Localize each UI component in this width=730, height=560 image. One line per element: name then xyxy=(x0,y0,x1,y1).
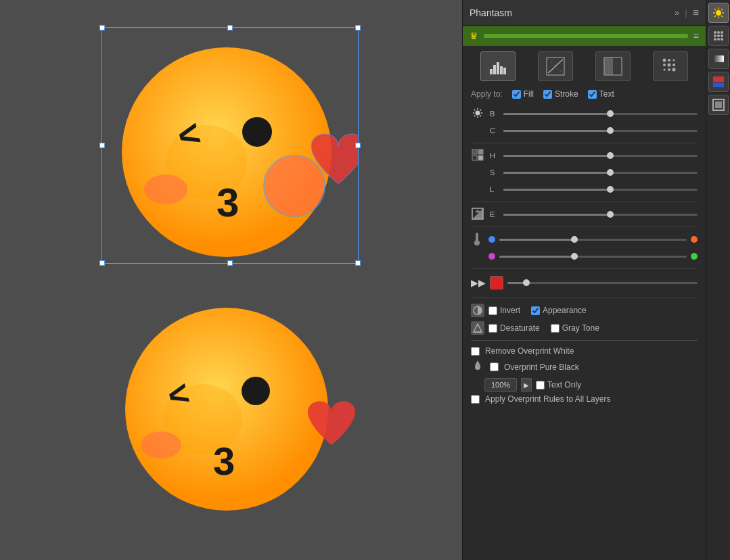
e-track[interactable] xyxy=(503,214,698,216)
svg-rect-43 xyxy=(472,156,477,160)
divider-4 xyxy=(471,269,698,269)
brightness-icon xyxy=(471,108,484,120)
remove-overprint-checkbox[interactable] xyxy=(471,347,480,356)
divider-1 xyxy=(471,143,698,143)
percent-input[interactable] xyxy=(484,378,517,392)
fill-checkbox-label[interactable]: Fill xyxy=(512,89,534,99)
appearance-checkbox[interactable] xyxy=(531,306,540,315)
mini-dots-btn[interactable] xyxy=(708,26,729,46)
remove-overprint-label: Remove Overprint White xyxy=(485,346,574,356)
contrast-track[interactable] xyxy=(503,130,698,132)
svg-point-23 xyxy=(662,59,666,62)
emoji-top-selected[interactable]: < 3 xyxy=(101,27,359,264)
svg-point-50 xyxy=(474,240,480,246)
svg-point-69 xyxy=(714,38,716,41)
desaturate-checkbox[interactable] xyxy=(488,324,497,333)
temp-purple-dot xyxy=(488,253,495,260)
text-checkbox-label[interactable]: Text xyxy=(588,89,614,99)
temp-green-dot xyxy=(691,253,698,260)
invert-checkbox[interactable] xyxy=(488,306,497,315)
drop-icon xyxy=(471,360,484,374)
expand-icon[interactable]: » xyxy=(675,7,679,18)
svg-rect-22 xyxy=(613,57,622,75)
mini-color-btn[interactable] xyxy=(708,72,729,92)
svg-point-31 xyxy=(672,68,675,72)
svg-line-59 xyxy=(714,9,716,10)
gray-tone-checkbox-label[interactable]: Gray Tone xyxy=(551,323,599,333)
menu-icon[interactable]: ≡ xyxy=(693,7,699,19)
tool-icons-row xyxy=(471,51,698,81)
svg-rect-16 xyxy=(500,66,503,74)
invert-left: Invert xyxy=(471,304,520,317)
thermometer-icon xyxy=(471,231,484,248)
appearance-checkbox-label[interactable]: Appearance xyxy=(531,306,587,315)
desat-icon xyxy=(471,321,484,335)
fill-checkbox[interactable] xyxy=(512,90,521,99)
svg-point-54 xyxy=(716,10,721,16)
svg-rect-42 xyxy=(478,149,483,154)
apply-overprint-checkbox[interactable] xyxy=(471,395,480,404)
h-track[interactable] xyxy=(503,155,698,157)
svg-line-60 xyxy=(721,16,723,17)
panel-content: Apply to: Fill Stroke Text B xyxy=(463,46,706,560)
svg-point-64 xyxy=(717,31,720,34)
color-swatch[interactable] xyxy=(490,276,503,289)
side-mini-panel xyxy=(706,0,730,560)
svg-point-65 xyxy=(721,31,723,34)
mini-gradient-btn[interactable] xyxy=(708,49,729,69)
appearance-label: Appearance xyxy=(543,306,587,315)
stroke-checkbox[interactable] xyxy=(543,90,552,99)
svg-point-10 xyxy=(242,377,270,405)
temperature-section xyxy=(471,233,698,263)
invert-checkbox-label[interactable]: Invert xyxy=(488,306,520,315)
exposure-section: E xyxy=(471,208,698,221)
temp-track-1[interactable] xyxy=(499,239,687,241)
l-track[interactable] xyxy=(503,189,698,191)
curves-tool-btn[interactable] xyxy=(538,51,573,81)
halftone-tool-btn[interactable] xyxy=(653,51,688,81)
mini-box-btn[interactable] xyxy=(708,95,729,115)
percent-row: ▶ Text Only xyxy=(484,378,698,392)
h-slider-row: H xyxy=(471,149,698,162)
svg-point-68 xyxy=(721,34,723,37)
stepper-btn[interactable]: ▶ xyxy=(521,378,532,392)
mini-sun-btn[interactable] xyxy=(708,3,729,23)
temp-track-2[interactable] xyxy=(499,256,687,258)
s-label: S xyxy=(490,168,498,177)
histogram-tool-btn[interactable] xyxy=(480,51,516,81)
text-checkbox[interactable] xyxy=(588,90,597,99)
svg-rect-15 xyxy=(497,62,499,74)
text-only-label[interactable]: Text Only xyxy=(536,380,581,390)
overprint-black-row: Overprint Pure Black xyxy=(471,360,698,374)
svg-rect-73 xyxy=(713,76,724,82)
svg-rect-41 xyxy=(472,149,477,154)
svg-point-63 xyxy=(714,31,716,34)
emoji-bottom: < 3 xyxy=(101,291,359,521)
svg-point-67 xyxy=(717,34,720,37)
panel-header-icons: » | ≡ xyxy=(675,7,699,19)
gray-tone-checkbox[interactable] xyxy=(551,324,560,333)
svg-point-32 xyxy=(476,111,480,116)
overprint-black-checkbox[interactable] xyxy=(490,363,499,371)
pro-menu-icon[interactable]: ≡ xyxy=(693,30,699,41)
c-label: C xyxy=(490,126,498,135)
svg-point-71 xyxy=(721,38,723,41)
divider-3 xyxy=(471,227,698,227)
remove-overprint-row: Remove Overprint White xyxy=(471,346,698,356)
text-only-checkbox[interactable] xyxy=(536,381,545,390)
desaturate-checkbox-label[interactable]: Desaturate xyxy=(488,323,540,333)
levels-tool-btn[interactable] xyxy=(595,51,631,81)
desat-left: Desaturate xyxy=(471,321,540,335)
stroke-checkbox-label[interactable]: Stroke xyxy=(543,89,578,99)
crown-icon: ♛ xyxy=(470,30,478,41)
e-slider-row: E xyxy=(471,208,698,221)
svg-line-61 xyxy=(721,9,723,10)
invert-label: Invert xyxy=(500,306,520,315)
svg-point-3 xyxy=(242,117,272,147)
color-stop-track[interactable] xyxy=(507,282,698,284)
svg-line-39 xyxy=(480,110,481,110)
s-track[interactable] xyxy=(503,172,698,174)
gray-tone-label: Gray Tone xyxy=(562,323,599,333)
svg-point-24 xyxy=(668,59,670,62)
brightness-track[interactable] xyxy=(503,113,698,115)
